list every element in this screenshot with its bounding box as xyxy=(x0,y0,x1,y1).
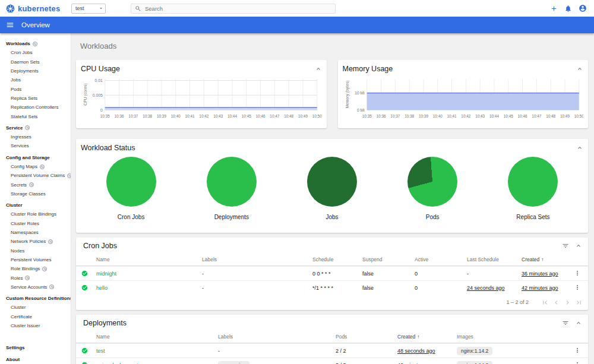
collapse-button[interactable] xyxy=(576,144,583,151)
collapse-button[interactable] xyxy=(575,319,582,327)
sidebar-item-services[interactable]: Services xyxy=(0,141,71,150)
filter-button[interactable] xyxy=(562,242,569,249)
cron-jobs-card: Cron Jobs NameLabelsScheduleSuspendActiv… xyxy=(76,238,588,310)
sidebar-item-label: Daemon Sets xyxy=(11,59,39,65)
resource-name-link[interactable]: test xyxy=(96,348,105,354)
brand-name: kubernetes xyxy=(18,4,60,13)
schedule-cell: */1 * * * * xyxy=(312,285,362,291)
collapse-button[interactable] xyxy=(575,242,582,249)
search-input[interactable] xyxy=(145,5,331,12)
sidebar-item-cluster-role-bindings[interactable]: Cluster Role Bindings xyxy=(0,210,71,219)
column-header-created[interactable]: Created↑ xyxy=(522,257,574,262)
sidebar-item-storage-classes[interactable]: Storage Classes xyxy=(0,189,71,198)
svg-text:10:48: 10:48 xyxy=(546,114,555,118)
sidebar-item-service[interactable]: ServiceN xyxy=(0,124,71,132)
sidebar-item-label: Persistent Volume Claims xyxy=(11,173,65,178)
sidebar-item-about[interactable]: About xyxy=(0,355,71,364)
column-header-pods[interactable]: Pods xyxy=(336,334,397,340)
pagination: 1 – 2 of 2 xyxy=(76,295,588,310)
row-menu-button[interactable] xyxy=(574,347,588,355)
sidebar-item-label: Roles xyxy=(11,276,23,281)
row-menu-button[interactable] xyxy=(574,361,588,364)
last-page-button[interactable] xyxy=(573,299,584,306)
sidebar-item-nodes[interactable]: Nodes xyxy=(0,246,71,255)
next-page-button[interactable] xyxy=(562,299,573,306)
svg-text:0 Mi: 0 Mi xyxy=(356,108,364,112)
sidebar-item-cron-jobs[interactable]: Cron Jobs xyxy=(0,48,71,57)
workload-status-card: Workload Status Cron JobsDeploymentsJobs… xyxy=(76,139,588,233)
resource-name-link[interactable]: hello xyxy=(96,285,108,291)
previous-page-button[interactable] xyxy=(551,299,562,306)
sidebar-item-replica-sets[interactable]: Replica Sets xyxy=(0,94,71,103)
column-header-created[interactable]: Created↑ xyxy=(397,334,457,340)
sidebar-item-replication-controllers[interactable]: Replication Controllers xyxy=(0,103,71,112)
sidebar-item-cluster-issuer[interactable]: Cluster Issuer xyxy=(0,321,71,330)
pie-chart-label: Deployments xyxy=(214,214,249,220)
collapse-button[interactable] xyxy=(576,65,583,72)
sidebar-item-secrets[interactable]: SecretsN xyxy=(0,180,71,189)
deployment-row: nginx-deploymentapp: nginx3 / 342 minute… xyxy=(76,357,588,364)
memory-usage-card: Memory Usage 10:3510:3610:3710:3810:3910… xyxy=(338,60,589,128)
account-button[interactable] xyxy=(579,4,587,12)
sidebar-item-cluster[interactable]: Cluster xyxy=(0,303,71,312)
column-header-schedule[interactable]: Schedule xyxy=(312,257,362,262)
notifications-bell-button[interactable] xyxy=(564,5,572,12)
sidebar-item-namespaces[interactable]: Namespaces xyxy=(0,228,71,237)
sidebar-item-certificate[interactable]: Certificate xyxy=(0,312,71,321)
sidebar-item-network-policies[interactable]: Network PoliciesN xyxy=(0,237,71,246)
sidebar-item-role-bindings[interactable]: Role BindingsN xyxy=(0,264,71,273)
resource-name-link[interactable]: midnight xyxy=(96,271,116,277)
sidebar-item-label: Custom Resource Definitions xyxy=(6,296,71,301)
sort-arrow-icon: ↑ xyxy=(417,334,419,340)
sidebar-item-deployments[interactable]: Deployments xyxy=(0,67,71,75)
column-header-name[interactable]: Name xyxy=(96,257,202,262)
sidebar-item-pods[interactable]: Pods xyxy=(0,84,71,93)
sidebar-item-custom-resource-definitions[interactable]: Custom Resource Definitions xyxy=(0,294,71,303)
column-header-labels[interactable]: Labels xyxy=(218,334,336,340)
label-chip: nginx:1.14.2 xyxy=(457,361,492,364)
column-header-images[interactable]: Images xyxy=(457,334,574,340)
column-header-name[interactable]: Name xyxy=(96,334,218,340)
menu-hamburger-button[interactable] xyxy=(6,21,14,29)
check-circle-icon xyxy=(81,270,88,277)
check-circle-icon xyxy=(81,347,88,354)
page-title: Workloads xyxy=(80,42,588,50)
sidebar-item-daemon-sets[interactable]: Daemon Sets xyxy=(0,58,71,67)
namespaced-indicator-icon: N xyxy=(49,284,54,289)
first-page-icon xyxy=(541,299,549,306)
sidebar-item-cluster-roles[interactable]: Cluster Roles xyxy=(0,219,71,228)
column-header-labels[interactable]: Labels xyxy=(202,257,312,262)
sidebar-item-roles[interactable]: RolesN xyxy=(0,273,71,282)
sidebar-item-persistent-volumes[interactable]: Persistent Volumes xyxy=(0,255,71,264)
row-menu-button[interactable] xyxy=(574,284,588,292)
sidebar-item-config-maps[interactable]: Config MapsN xyxy=(0,162,71,171)
sidebar-item-persistent-volume-claims[interactable]: Persistent Volume ClaimsN xyxy=(0,171,71,180)
sidebar-item-stateful-sets[interactable]: Stateful Sets xyxy=(0,112,71,121)
sidebar-item-service-accounts[interactable]: Service AccountsN xyxy=(0,283,71,292)
sidebar-item-label: Cluster Role Bindings xyxy=(11,211,56,217)
sidebar-item-config-and-storage[interactable]: Config and Storage xyxy=(0,153,71,162)
sidebar-item-workloads[interactable]: WorkloadsN xyxy=(0,39,71,48)
sidebar-item-jobs[interactable]: Jobs xyxy=(0,75,71,84)
svg-text:10:49: 10:49 xyxy=(560,114,569,118)
column-header-active[interactable]: Active xyxy=(415,257,467,262)
first-page-button[interactable] xyxy=(539,299,551,306)
labels-cell: - xyxy=(218,348,336,354)
svg-text:10:39: 10:39 xyxy=(157,114,166,118)
namespace-select[interactable]: test xyxy=(71,4,106,14)
collapse-button[interactable] xyxy=(315,65,322,72)
sidebar-item-ingresses[interactable]: Ingresses xyxy=(0,132,71,141)
svg-text:10:38: 10:38 xyxy=(405,114,414,118)
created-cell: 48 seconds ago xyxy=(397,348,457,354)
brand[interactable]: kubernetes xyxy=(6,4,71,13)
resource-name-link[interactable]: nginx-deployment xyxy=(96,362,138,364)
sidebar-item-settings[interactable]: Settings xyxy=(0,343,71,352)
row-menu-button[interactable] xyxy=(574,270,588,278)
svg-text:0.005: 0.005 xyxy=(93,93,103,97)
filter-button[interactable] xyxy=(562,319,569,327)
sidebar-item-cluster[interactable]: Cluster xyxy=(0,201,71,210)
svg-text:10:46: 10:46 xyxy=(517,114,527,118)
create-plus-button[interactable] xyxy=(550,5,558,12)
column-header-suspend[interactable]: Suspend xyxy=(362,257,415,262)
column-header-last-schedule[interactable]: Last Schedule xyxy=(467,257,522,262)
